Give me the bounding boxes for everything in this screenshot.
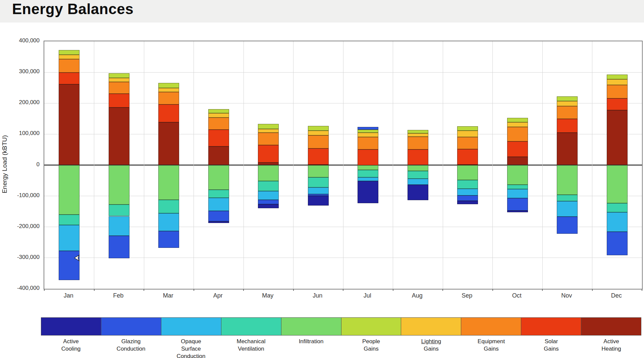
segment-glazing-conduction[interactable]	[507, 198, 528, 211]
segment-opaque-surface-conduction[interactable]	[208, 198, 229, 211]
segment-infiltration[interactable]	[208, 165, 229, 190]
segment-solar-gains[interactable]	[557, 119, 578, 133]
segment-people-gains[interactable]	[308, 126, 329, 131]
segment-equipment-gains[interactable]	[408, 137, 428, 149]
segment-solar-gains[interactable]	[109, 94, 129, 107]
legend-label-mechanical-ventilation[interactable]: MechanicalVentilation	[221, 338, 281, 358]
segment-solar-gains[interactable]	[308, 148, 329, 165]
segment-mechanical-ventilation[interactable]	[258, 181, 279, 191]
segment-active-cooling[interactable]	[457, 201, 478, 204]
segment-opaque-surface-conduction[interactable]	[408, 179, 428, 185]
segment-solar-gains[interactable]	[607, 98, 628, 110]
segment-active-heating[interactable]	[158, 122, 179, 165]
segment-glazing-conduction[interactable]	[557, 217, 578, 234]
segment-opaque-surface-conduction[interactable]	[109, 216, 129, 236]
segment-lighting-gains[interactable]	[109, 78, 129, 82]
segment-lighting-gains[interactable]	[358, 133, 378, 137]
segment-active-cooling[interactable]	[358, 181, 378, 203]
segment-active-cooling[interactable]	[507, 211, 528, 212]
legend-label-solar-gains[interactable]: SolarGains	[521, 338, 581, 358]
legend-label-infiltration[interactable]: Infiltration	[281, 338, 341, 358]
segment-people-gains[interactable]	[507, 118, 528, 122]
legend-swatch-opaque-surface-conduction[interactable]	[161, 317, 221, 335]
segment-people-gains[interactable]	[457, 126, 478, 131]
legend-swatch-glazing-conduction[interactable]	[101, 317, 161, 335]
segment-active-cooling[interactable]	[308, 196, 329, 206]
segment-equipment-gains[interactable]	[557, 106, 578, 119]
segment-solar-gains[interactable]	[358, 149, 378, 165]
segment-glazing-conduction[interactable]	[109, 236, 129, 258]
segment-people-gains[interactable]	[557, 96, 578, 101]
segment-equipment-gains[interactable]	[258, 133, 279, 145]
segment-people-gains[interactable]	[158, 83, 179, 88]
segment-infiltration[interactable]	[557, 165, 578, 195]
segment-people-gains[interactable]	[109, 73, 129, 78]
segment-people-gains[interactable]	[358, 130, 378, 133]
legend-label-people-gains[interactable]: PeopleGains	[341, 338, 401, 358]
segment-opaque-surface-conduction[interactable]	[507, 189, 528, 198]
segment-lighting-gains[interactable]	[457, 131, 478, 137]
segment-opaque-surface-conduction[interactable]	[59, 225, 79, 251]
segment-active-heating[interactable]	[109, 107, 129, 165]
segment-equipment-gains[interactable]	[109, 82, 129, 94]
segment-glazing-conduction[interactable]	[607, 232, 628, 255]
segment-mechanical-ventilation[interactable]	[557, 195, 578, 201]
segment-active-cooling[interactable]	[408, 185, 428, 200]
segment-glazing-conduction[interactable]	[358, 127, 378, 129]
segment-infiltration[interactable]	[457, 165, 478, 180]
segment-lighting-gains[interactable]	[408, 133, 428, 137]
segment-infiltration[interactable]	[258, 165, 279, 181]
legend-swatch-equipment-gains[interactable]	[461, 317, 521, 335]
segment-equipment-gains[interactable]	[208, 118, 229, 130]
segment-equipment-gains[interactable]	[59, 59, 79, 73]
segment-infiltration[interactable]	[109, 165, 129, 205]
segment-equipment-gains[interactable]	[507, 127, 528, 141]
segment-infiltration[interactable]	[358, 165, 378, 170]
segment-opaque-surface-conduction[interactable]	[158, 213, 179, 231]
segment-lighting-gains[interactable]	[59, 55, 79, 59]
segment-lighting-gains[interactable]	[158, 88, 179, 92]
segment-glazing-conduction[interactable]	[208, 211, 229, 221]
segment-infiltration[interactable]	[158, 165, 179, 200]
segment-mechanical-ventilation[interactable]	[358, 170, 378, 177]
segment-mechanical-ventilation[interactable]	[308, 177, 329, 187]
legend-label-active-heating[interactable]: ActiveHeating	[581, 338, 641, 358]
segment-solar-gains[interactable]	[59, 73, 79, 84]
segment-lighting-gains[interactable]	[557, 101, 578, 106]
legend-swatch-active-cooling[interactable]	[41, 317, 101, 335]
segment-infiltration[interactable]	[59, 165, 79, 215]
segment-active-heating[interactable]	[607, 110, 628, 165]
segment-people-gains[interactable]	[208, 109, 229, 113]
segment-solar-gains[interactable]	[457, 149, 478, 165]
segment-glazing-conduction[interactable]	[457, 195, 478, 201]
segment-opaque-surface-conduction[interactable]	[557, 201, 578, 217]
segment-solar-gains[interactable]	[408, 149, 428, 165]
segment-opaque-surface-conduction[interactable]	[358, 177, 378, 181]
segment-solar-gains[interactable]	[208, 130, 229, 146]
segment-active-heating[interactable]	[258, 163, 279, 165]
segment-people-gains[interactable]	[607, 75, 628, 79]
legend-label-opaque-surface-conduction[interactable]: OpaqueSurfaceConduction	[161, 338, 221, 358]
segment-active-heating[interactable]	[507, 157, 528, 165]
segment-mechanical-ventilation[interactable]	[208, 190, 229, 198]
segment-mechanical-ventilation[interactable]	[457, 180, 478, 189]
segment-equipment-gains[interactable]	[358, 137, 378, 150]
segment-opaque-surface-conduction[interactable]	[258, 191, 279, 200]
segment-solar-gains[interactable]	[258, 145, 279, 163]
segment-lighting-gains[interactable]	[208, 113, 229, 118]
segment-infiltration[interactable]	[408, 165, 428, 171]
segment-mechanical-ventilation[interactable]	[408, 171, 428, 179]
segment-mechanical-ventilation[interactable]	[109, 205, 129, 216]
segment-mechanical-ventilation[interactable]	[607, 203, 628, 212]
segment-lighting-gains[interactable]	[507, 122, 528, 127]
segment-infiltration[interactable]	[308, 165, 329, 178]
segment-equipment-gains[interactable]	[308, 135, 329, 148]
segment-active-cooling[interactable]	[208, 221, 229, 223]
segment-opaque-surface-conduction[interactable]	[607, 212, 628, 232]
segment-opaque-surface-conduction[interactable]	[457, 189, 478, 195]
segment-active-heating[interactable]	[557, 133, 578, 165]
segment-lighting-gains[interactable]	[258, 129, 279, 133]
legend-swatch-mechanical-ventilation[interactable]	[221, 317, 281, 335]
segment-solar-gains[interactable]	[158, 104, 179, 122]
segment-mechanical-ventilation[interactable]	[59, 215, 79, 225]
